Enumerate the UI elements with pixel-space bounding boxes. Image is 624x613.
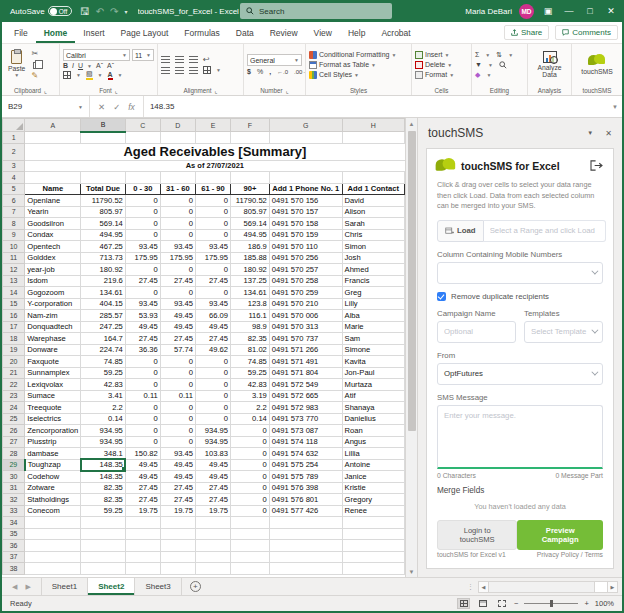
row-header-37[interactable]: 37 [3,551,25,563]
tab-acrobat[interactable]: Acrobat [373,22,418,43]
cell-A28[interactable]: dambase [25,448,81,460]
from-select[interactable]: OptFutures [437,363,603,385]
cell-E14[interactable]: 0 [195,287,230,299]
align-right-icon[interactable] [189,67,198,74]
table-header-cell[interactable]: Add 1 Contact [342,183,404,195]
cell-E15[interactable]: 93.45 [195,298,230,310]
cell-B25[interactable]: 0.14 [81,413,126,425]
zoom-level[interactable]: 100% [595,599,614,608]
cell-H14[interactable]: Greg [342,287,404,299]
cell-G28[interactable]: 0491 574 632 [269,448,342,460]
cell-D23[interactable]: 0.11 [160,390,195,402]
row-header-38[interactable]: 38 [3,563,25,575]
cell-D14[interactable]: 0 [160,287,195,299]
cell-B19[interactable]: 224.74 [81,344,126,356]
cell-G7[interactable]: 0491 570 157 [269,206,342,218]
login-button[interactable]: Login to touchSMS [437,520,517,550]
cell-A12[interactable]: year-job [25,264,81,276]
row-header-15[interactable]: 15 [3,298,25,310]
cell-F35[interactable] [231,528,270,540]
font-color-icon[interactable]: A [108,71,113,80]
cell-F24[interactable]: 2.2 [231,402,270,414]
cell-D34[interactable] [160,517,195,529]
cell-B35[interactable] [81,528,126,540]
cell-F28[interactable]: 0 [231,448,270,460]
cell-G14[interactable]: 0491 570 259 [269,287,342,299]
cell-C37[interactable] [125,551,160,563]
align-left-icon[interactable] [161,67,170,74]
cell-G33[interactable]: 0491 577 426 [269,505,342,517]
cell-A6[interactable]: Openlane [25,195,81,207]
row-header-34[interactable]: 34 [3,517,25,529]
cell-H7[interactable]: Alison [342,206,404,218]
cell-B38[interactable] [81,563,126,575]
cell-F25[interactable]: 0.14 [231,413,270,425]
save-icon[interactable]: 🖫 [80,6,90,17]
page-break-view-icon[interactable] [495,598,508,609]
cell-E19[interactable]: 49.62 [195,344,230,356]
cell-A19[interactable]: Donware [25,344,81,356]
cell-E17[interactable]: 49.45 [195,321,230,333]
cell-G26[interactable]: 0491 573 087 [269,425,342,437]
cell-G32[interactable]: 0491 576 801 [269,494,342,506]
cell-G4[interactable] [269,172,342,184]
cell-G22[interactable]: 0491 572 549 [269,379,342,391]
cell-F13[interactable]: 137.25 [231,275,270,287]
cell-C27[interactable]: 0 [125,436,160,448]
cell-C25[interactable]: 0 [125,413,160,425]
cell-H13[interactable]: Francis [342,275,404,287]
cell-D26[interactable]: 0 [160,425,195,437]
column-header-E[interactable]: E [195,119,230,132]
tab-file[interactable]: File [6,22,36,43]
cell-B20[interactable]: 74.85 [81,356,126,368]
new-sheet-icon[interactable]: + [190,581,201,592]
search-box[interactable]: Search [240,3,392,19]
cell-D10[interactable]: 93.45 [160,241,195,253]
cell-D21[interactable]: 0 [160,367,195,379]
sort-filter-icon[interactable]: ⇅ [496,51,502,59]
cell-G16[interactable]: 0491 570 006 [269,310,342,322]
cell-C7[interactable]: 0 [125,206,160,218]
cell-B21[interactable]: 59.25 [81,367,126,379]
cell-H26[interactable]: Roan [342,425,404,437]
cell-B8[interactable]: 569.14 [81,218,126,230]
tab-view[interactable]: View [306,22,340,43]
number-format-select[interactable]: General▼ [247,54,302,66]
row-header-5[interactable]: 5 [3,183,25,195]
cell-A1[interactable] [25,132,81,144]
maximize-icon[interactable]: □ [583,6,597,16]
cell-G35[interactable] [269,528,342,540]
cell-H32[interactable]: Gregory [342,494,404,506]
cell-E9[interactable]: 0 [195,229,230,241]
cell-A32[interactable]: Statholdings [25,494,81,506]
cell-D31[interactable]: 27.45 [160,482,195,494]
cell-F9[interactable]: 494.95 [231,229,270,241]
mobile-column-select[interactable] [437,262,603,284]
cell-C24[interactable]: 0 [125,402,160,414]
cell-G37[interactable] [269,551,342,563]
cell-C6[interactable]: 0 [125,195,160,207]
touchsms-ribbon-button[interactable]: touchSMS [578,54,615,75]
number-dialog-launcher-icon[interactable]: ⌞ [286,87,289,94]
cell-E26[interactable]: 934.95 [195,425,230,437]
cell-G11[interactable]: 0491 570 256 [269,252,342,264]
column-header-A[interactable]: A [25,119,81,132]
font-size-select[interactable]: 11▼ [132,49,154,61]
cell-D4[interactable] [160,172,195,184]
cell-A37[interactable] [25,551,81,563]
cell-D6[interactable]: 0 [160,195,195,207]
cell-H36[interactable] [342,540,404,552]
underline-button[interactable]: U [78,62,83,69]
cell-styles-button[interactable]: Cell Styles▼ [309,71,408,79]
cut-icon[interactable]: ✂ [31,49,39,58]
cell-H11[interactable]: Josh [342,252,404,264]
analyze-data-button[interactable]: Analyze Data [530,51,570,79]
cell-B10[interactable]: 467.25 [81,241,126,253]
cell-G15[interactable]: 0491 570 210 [269,298,342,310]
cell-B28[interactable]: 348.1 [81,448,126,460]
cell-G21[interactable]: 0491 571 804 [269,367,342,379]
close-icon[interactable]: ✕ [604,6,618,16]
cell-B18[interactable]: 164.7 [81,333,126,345]
table-header-cell[interactable]: 0 - 30 [125,183,160,195]
cell-D8[interactable]: 0 [160,218,195,230]
